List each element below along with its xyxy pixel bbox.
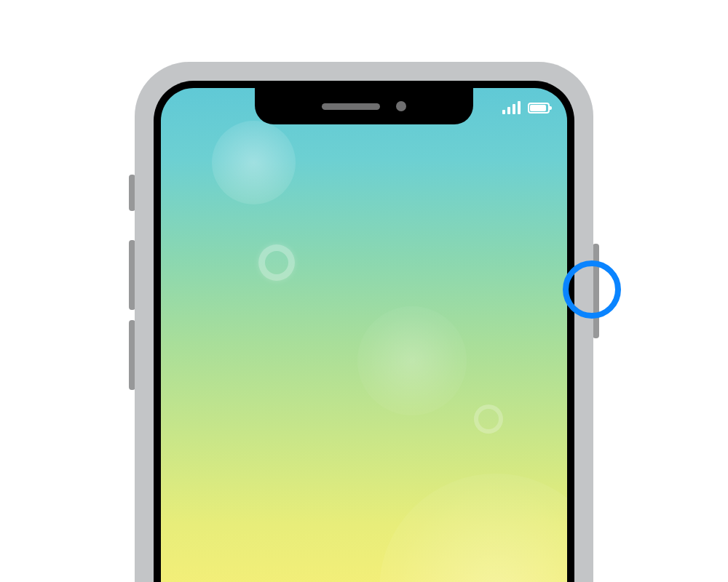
cellular-signal-icon (502, 101, 521, 114)
phone-screen (161, 88, 567, 582)
phone-bezel (154, 81, 574, 582)
wallpaper-flare (212, 121, 296, 204)
wallpaper-flare (379, 474, 567, 582)
earpiece-speaker (322, 103, 380, 110)
battery-fill (530, 105, 546, 111)
phone-diagram (135, 62, 593, 582)
display-notch (255, 88, 473, 124)
battery-icon (528, 103, 550, 113)
wallpaper-flare (474, 404, 503, 434)
wallpaper-flare (357, 306, 467, 415)
wallpaper-flare (258, 244, 295, 281)
side-button (593, 244, 599, 338)
status-bar (502, 101, 550, 114)
front-camera-icon (396, 101, 406, 111)
